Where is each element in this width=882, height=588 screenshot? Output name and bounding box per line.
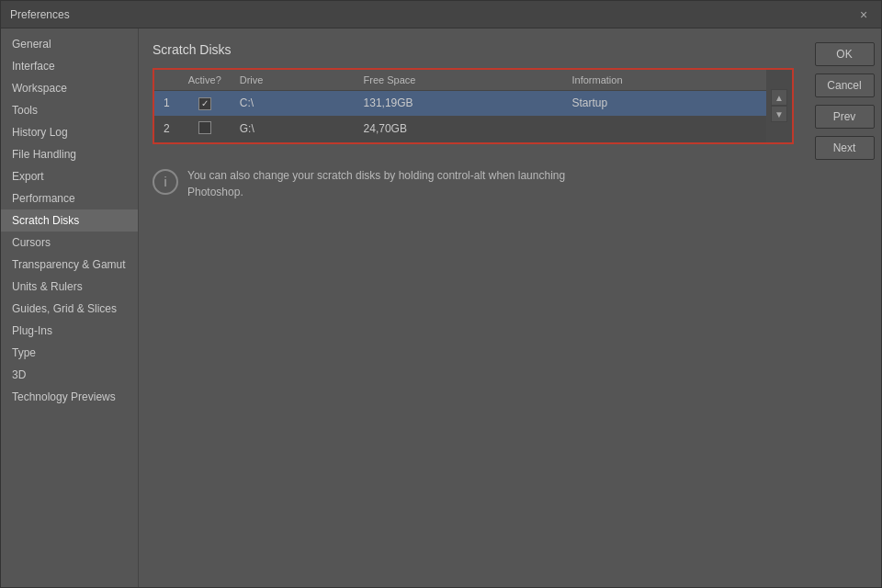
section-title: Scratch Disks	[153, 42, 794, 57]
sidebar-item-performance[interactable]: Performance	[1, 187, 138, 209]
row-checkbox[interactable]: ✓	[179, 91, 231, 116]
row-freespace: 131,19GB	[355, 91, 563, 116]
row-num: 2	[154, 116, 179, 142]
sidebar-item-technology-previews[interactable]: Technology Previews	[1, 386, 138, 408]
prev-button[interactable]: Prev	[815, 105, 875, 129]
sidebar-item-general[interactable]: General	[1, 33, 138, 55]
ok-button[interactable]: OK	[815, 42, 875, 66]
info-section: i You can also change your scratch disks…	[153, 167, 794, 200]
sidebar-item-workspace[interactable]: Workspace	[1, 77, 138, 99]
info-line-1: You can also change your scratch disks b…	[187, 167, 565, 184]
sidebar-item-export[interactable]: Export	[1, 165, 138, 187]
scratch-disks-table-container: Active? Drive Free Space Information 1✓C…	[153, 68, 794, 144]
sidebar-item-guides--grid---slices[interactable]: Guides, Grid & Slices	[1, 298, 138, 320]
col-info: Information	[563, 70, 767, 91]
row-freespace: 24,70GB	[355, 116, 563, 142]
row-drive: G:\	[231, 116, 355, 142]
sidebar-item-scratch-disks[interactable]: Scratch Disks	[1, 209, 138, 232]
cancel-button[interactable]: Cancel	[815, 74, 875, 97]
table-row[interactable]: 1✓C:\131,19GBStartup	[154, 91, 766, 116]
table-section: Active? Drive Free Space Information 1✓C…	[154, 70, 766, 142]
dialog-title: Preferences	[10, 8, 70, 21]
sidebar-item-cursors[interactable]: Cursors	[1, 232, 138, 254]
row-info: Startup	[563, 91, 767, 116]
sidebar-item-history-log[interactable]: History Log	[1, 121, 138, 143]
sidebar-item-interface[interactable]: Interface	[1, 55, 138, 77]
col-freespace: Free Space	[355, 70, 563, 91]
row-num: 1	[154, 91, 179, 116]
close-button[interactable]: ×	[855, 6, 872, 23]
title-bar: Preferences ×	[1, 1, 881, 28]
scroll-down-button[interactable]: ▼	[771, 106, 787, 122]
disk-table: Active? Drive Free Space Information 1✓C…	[154, 70, 766, 142]
sidebar-item-type[interactable]: Type	[1, 342, 138, 364]
table-row-area: Active? Drive Free Space Information 1✓C…	[154, 70, 792, 142]
info-text: You can also change your scratch disks b…	[187, 167, 565, 200]
col-drive: Drive	[231, 70, 355, 91]
scroll-column: ▲ ▼	[766, 70, 792, 142]
row-info	[563, 116, 767, 142]
sidebar-item-plug-ins[interactable]: Plug-Ins	[1, 320, 138, 342]
sidebar-item-tools[interactable]: Tools	[1, 99, 138, 121]
dialog-content: GeneralInterfaceWorkspaceToolsHistory Lo…	[1, 28, 881, 587]
table-header-row: Active? Drive Free Space Information	[154, 70, 766, 91]
row-checkbox[interactable]	[179, 116, 231, 142]
scroll-up-button[interactable]: ▲	[771, 89, 787, 106]
sidebar-item-transparency---gamut[interactable]: Transparency & Gamut	[1, 254, 138, 276]
buttons-column: OK Cancel Prev Next	[808, 28, 881, 587]
sidebar: GeneralInterfaceWorkspaceToolsHistory Lo…	[1, 28, 139, 587]
sidebar-item-file-handling[interactable]: File Handling	[1, 143, 138, 165]
table-row[interactable]: 2G:\24,70GB	[154, 116, 766, 142]
row-drive: C:\	[231, 91, 355, 116]
main-content: Scratch Disks Active? Drive Free Space	[139, 28, 808, 587]
col-num	[154, 70, 179, 91]
next-button[interactable]: Next	[815, 136, 875, 160]
info-icon: i	[153, 169, 178, 195]
info-line-2: Photoshop.	[187, 184, 565, 200]
preferences-dialog: Preferences × GeneralInterfaceWorkspaceT…	[0, 0, 882, 588]
col-active: Active?	[179, 70, 231, 91]
sidebar-item-3d[interactable]: 3D	[1, 364, 138, 386]
sidebar-item-units---rulers[interactable]: Units & Rulers	[1, 276, 138, 298]
